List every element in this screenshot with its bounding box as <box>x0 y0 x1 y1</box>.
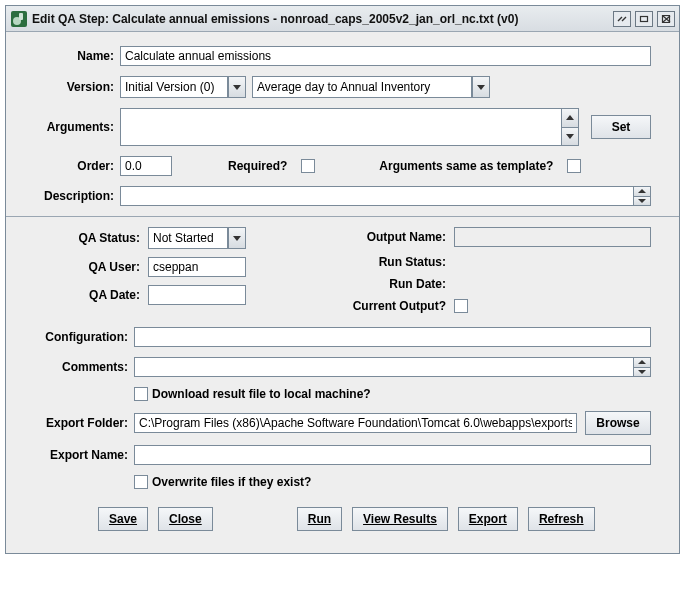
chevron-down-icon[interactable] <box>228 76 246 98</box>
section-divider <box>6 216 679 217</box>
browse-button[interactable]: Browse <box>585 411 651 435</box>
chevron-down-icon[interactable] <box>228 227 246 249</box>
arguments-label: Arguments: <box>34 120 120 134</box>
args-same-label: Arguments same as template? <box>379 159 559 173</box>
current-output-checkbox[interactable] <box>454 299 468 313</box>
required-checkbox[interactable] <box>301 159 315 173</box>
qa-date-label: QA Date: <box>34 288 148 302</box>
program-select[interactable]: Average day to Annual Inventory <box>252 76 490 98</box>
download-label: Download result file to local machine? <box>152 387 371 401</box>
overwrite-checkbox[interactable] <box>134 475 148 489</box>
export-button[interactable]: Export <box>458 507 518 531</box>
version-select[interactable]: Initial Version (0) <box>120 76 246 98</box>
restore-window-icon[interactable] <box>613 11 631 27</box>
description-label: Description: <box>34 189 120 203</box>
name-label: Name: <box>34 49 120 63</box>
current-output-label: Current Output? <box>314 299 454 313</box>
name-input[interactable] <box>120 46 651 66</box>
run-button[interactable]: Run <box>297 507 342 531</box>
export-folder-label: Export Folder: <box>34 416 134 430</box>
scroll-up-icon[interactable] <box>561 108 579 128</box>
export-name-label: Export Name: <box>34 448 134 462</box>
arguments-textarea[interactable] <box>120 108 561 146</box>
comments-input[interactable] <box>134 357 633 377</box>
app-icon <box>10 10 28 28</box>
refresh-button[interactable]: Refresh <box>528 507 595 531</box>
order-input[interactable] <box>120 156 172 176</box>
configuration-label: Configuration: <box>34 330 134 344</box>
chevron-down-icon[interactable] <box>472 76 490 98</box>
version-label: Version: <box>34 80 120 94</box>
qa-status-select[interactable]: Not Started <box>148 227 246 249</box>
scroll-down-icon[interactable] <box>561 128 579 147</box>
maximize-window-icon[interactable] <box>635 11 653 27</box>
configuration-input[interactable] <box>134 327 651 347</box>
export-name-input[interactable] <box>134 445 651 465</box>
spin-down-icon[interactable] <box>633 197 651 207</box>
view-results-button[interactable]: View Results <box>352 507 448 531</box>
export-folder-input[interactable] <box>134 413 577 433</box>
required-label: Required? <box>228 159 293 173</box>
run-status-label: Run Status: <box>314 255 454 269</box>
comments-label: Comments: <box>34 360 134 374</box>
close-window-icon[interactable] <box>657 11 675 27</box>
spin-up-icon[interactable] <box>633 357 651 368</box>
set-button[interactable]: Set <box>591 115 651 139</box>
run-date-label: Run Date: <box>314 277 454 291</box>
titlebar: Edit QA Step: Calculate annual emissions… <box>6 6 679 32</box>
svg-rect-3 <box>641 16 648 21</box>
content-area: Name: Version: Initial Version (0) Avera… <box>6 32 679 553</box>
qa-status-label: QA Status: <box>34 231 148 245</box>
svg-rect-2 <box>19 13 23 20</box>
program-value: Average day to Annual Inventory <box>257 80 430 94</box>
footer-buttons: Save Close Run View Results Export Refre… <box>34 499 651 543</box>
qa-user-input[interactable] <box>148 257 246 277</box>
spin-up-icon[interactable] <box>633 186 651 197</box>
args-same-checkbox[interactable] <box>567 159 581 173</box>
save-button[interactable]: Save <box>98 507 148 531</box>
version-value: Initial Version (0) <box>125 80 214 94</box>
output-name-label: Output Name: <box>314 230 454 244</box>
qa-date-input[interactable] <box>148 285 246 305</box>
order-label: Order: <box>34 159 120 173</box>
output-name-field <box>454 227 651 247</box>
overwrite-label: Overwrite files if they exist? <box>152 475 311 489</box>
qa-status-value: Not Started <box>153 231 214 245</box>
download-checkbox[interactable] <box>134 387 148 401</box>
window-title: Edit QA Step: Calculate annual emissions… <box>32 12 613 26</box>
spin-down-icon[interactable] <box>633 368 651 378</box>
window-frame: Edit QA Step: Calculate annual emissions… <box>5 5 680 554</box>
description-input[interactable] <box>120 186 633 206</box>
close-button[interactable]: Close <box>158 507 213 531</box>
qa-user-label: QA User: <box>34 260 148 274</box>
